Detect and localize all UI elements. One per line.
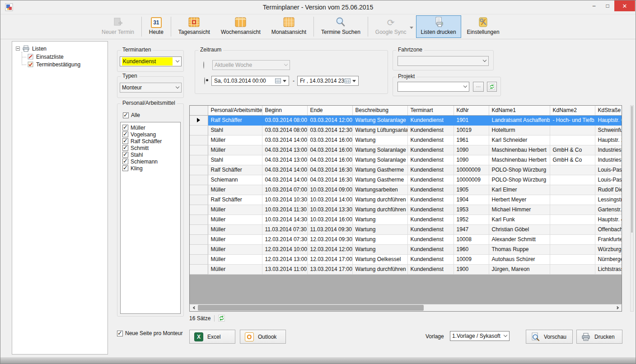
toolbar-button-termine-suchen[interactable]: Termine Suchen bbox=[316, 15, 365, 38]
grid-cell[interactable]: 10000009 bbox=[454, 165, 489, 175]
row-selector-cell[interactable] bbox=[190, 215, 208, 224]
grid-cell[interactable]: 12.03.2014 13:00 bbox=[262, 254, 307, 264]
grid-cell[interactable]: 12.03.2014 12:00 bbox=[307, 244, 352, 254]
close-button[interactable]: ✕ bbox=[614, 0, 635, 11]
column-header[interactable]: KdName2 bbox=[550, 106, 595, 115]
column-header[interactable]: KdNr bbox=[454, 106, 489, 115]
grid-cell[interactable]: 10.03.2014 14:00 bbox=[307, 195, 352, 205]
grid-row[interactable]: Müller12.03.2014 10:0012.03.2014 12:00Wa… bbox=[190, 244, 622, 254]
tree-item-einsatzliste[interactable]: Einsatzliste bbox=[22, 53, 108, 61]
grid-cell[interactable]: 10.03.2014 07:00 bbox=[262, 185, 307, 195]
toolbar-button-monatsansicht[interactable]: Monatsansicht bbox=[267, 15, 311, 38]
grid-cell[interactable]: 13.03.2014 17:00 bbox=[307, 264, 352, 274]
grid-row[interactable]: Müller03.03.2014 14:0003.03.2014 16:00Wa… bbox=[190, 135, 622, 145]
checkbox-icon[interactable] bbox=[123, 112, 129, 118]
grid-cell[interactable]: Kundendienst bbox=[407, 165, 454, 175]
grid-cell[interactable]: Kundendienst bbox=[407, 135, 454, 145]
grid-cell[interactable]: 11.03.2014 07:30 bbox=[262, 224, 307, 234]
grid-row[interactable]: Müller12.03.2014 07:3012.03.2014 09:30Wa… bbox=[190, 234, 622, 244]
checkbox-icon[interactable] bbox=[122, 159, 128, 164]
grid-cell[interactable]: Kundendienst bbox=[407, 244, 454, 254]
grid-cell[interactable]: GmbH & Co bbox=[550, 145, 595, 155]
chevron-down-icon[interactable] bbox=[352, 80, 356, 82]
grid-cell[interactable]: 03.03.2014 08:00 bbox=[262, 125, 307, 135]
grid-cell[interactable]: Christian Göbel bbox=[489, 224, 550, 234]
grid-cell[interactable] bbox=[550, 195, 595, 205]
row-selector-cell[interactable] bbox=[190, 185, 208, 195]
grid-cell[interactable]: Karl Schneider bbox=[489, 135, 550, 145]
row-selector-cell[interactable] bbox=[190, 264, 208, 274]
column-header[interactable]: KdName1 bbox=[489, 106, 550, 115]
row-selector-cell[interactable] bbox=[190, 254, 208, 264]
excel-button[interactable]: X Excel bbox=[189, 330, 235, 344]
grid-cell[interactable]: Industriestras bbox=[595, 145, 622, 155]
grid-cell[interactable]: 1901 bbox=[454, 115, 489, 125]
grid-cell[interactable]: Thomas Ruppe bbox=[489, 244, 550, 254]
grid-cell[interactable]: 1953 bbox=[454, 205, 489, 215]
grid-cell[interactable]: Gartenstr. 22 bbox=[595, 205, 622, 215]
grid-row[interactable]: Ralf Schäffer04.03.2014 14:0004.03.2014 … bbox=[190, 165, 622, 175]
grid-cell[interactable]: Kundendienst bbox=[407, 175, 454, 185]
row-selector-cell[interactable] bbox=[190, 175, 208, 185]
checkbox-kling[interactable]: Kling bbox=[122, 165, 180, 172]
grid-cell[interactable]: 10.03.2014 16:00 bbox=[307, 215, 352, 224]
grid-cell[interactable]: 1900 bbox=[454, 264, 489, 274]
row-selector-cell[interactable] bbox=[190, 205, 208, 215]
grid-cell[interactable]: 1090 bbox=[454, 145, 489, 155]
grid-row[interactable]: Müller10.03.2014 14:3010.03.2014 16:00Wa… bbox=[190, 215, 622, 224]
grid-cell[interactable]: 1905 bbox=[454, 185, 489, 195]
grid-cell[interactable]: Wartung bbox=[352, 234, 407, 244]
grid-cell[interactable]: 03.03.2014 14:00 bbox=[262, 135, 307, 145]
grid-cell[interactable]: Müller bbox=[208, 264, 262, 274]
grid-cell[interactable]: 03.03.2014 12:30 bbox=[307, 125, 352, 135]
grid-cell[interactable]: Maschinenbau Herbert bbox=[489, 145, 550, 155]
grid-cell[interactable]: Jürgen, Mareon bbox=[489, 264, 550, 274]
grid-horizontal-scrollbar[interactable] bbox=[189, 304, 622, 312]
grid-cell[interactable] bbox=[550, 175, 595, 185]
toolbar-button-tagesansicht[interactable]: Tagesansicht bbox=[173, 15, 215, 38]
grid-cell[interactable]: 04.03.2014 16:30 bbox=[307, 175, 352, 185]
checkbox-icon[interactable] bbox=[122, 152, 128, 158]
chevron-down-icon[interactable] bbox=[283, 80, 286, 82]
outlook-button[interactable]: O Outlook bbox=[240, 330, 286, 344]
grid-cell[interactable]: Müller bbox=[208, 224, 262, 234]
grid-cell[interactable]: Kundendienst bbox=[407, 145, 454, 155]
grid-cell[interactable]: Kundendienst bbox=[407, 254, 454, 264]
grid-cell[interactable]: 13.03.2014 11:00 bbox=[262, 264, 307, 274]
grid-cell[interactable]: Industriestras bbox=[595, 155, 622, 165]
grid-cell[interactable]: Hauptstr. 44 bbox=[595, 215, 622, 224]
grid-cell[interactable]: Müller bbox=[208, 135, 262, 145]
grid-cell[interactable]: 1947 bbox=[454, 224, 489, 234]
toolbar-button-heute[interactable]: 31 Heute bbox=[144, 15, 168, 38]
checkbox-vogelsang[interactable]: Vogelsang bbox=[122, 131, 180, 138]
grid-cell[interactable]: Maschinenbau Herbert bbox=[489, 155, 550, 165]
grid-cell[interactable]: Wartung Solaranlage bbox=[352, 145, 407, 155]
grid-cell[interactable]: Autohaus Schürer bbox=[489, 254, 550, 264]
grid-row[interactable]: Ralf Schäffer10.03.2014 10:3010.03.2014 … bbox=[190, 195, 622, 205]
scrollbar-thumb[interactable] bbox=[198, 305, 424, 311]
checkbox-icon[interactable] bbox=[122, 138, 128, 144]
grid-row[interactable]: Müller10.03.2014 07:0010.03.2014 09:00Wa… bbox=[190, 185, 622, 195]
checkbox-stahl[interactable]: Stahl bbox=[122, 151, 180, 158]
projekt-combobox[interactable] bbox=[398, 82, 469, 92]
grid-cell[interactable]: Ralf Schäffer bbox=[208, 115, 262, 125]
grid-cell[interactable]: Wartung bbox=[352, 224, 407, 234]
grid-row[interactable]: Müller11.03.2014 07:3011.03.2014 09:30Wa… bbox=[190, 224, 622, 234]
toolbar-button-einstellungen[interactable]: Einstellungen bbox=[462, 15, 505, 38]
grid-cell[interactable]: Landratsamt Aschaffenburg bbox=[489, 115, 550, 125]
grid-cell[interactable] bbox=[550, 264, 595, 274]
grid-cell[interactable] bbox=[550, 234, 595, 244]
row-selector-cell[interactable] bbox=[190, 145, 208, 155]
grid-cell[interactable]: 11.03.2014 09:30 bbox=[307, 224, 352, 234]
checkbox-neue-seite-pro-monteur[interactable]: Neue Seite pro Monteur bbox=[117, 330, 182, 336]
grid-row[interactable]: Stahl03.03.2014 08:0003.03.2014 12:30War… bbox=[190, 125, 622, 135]
grid-row[interactable]: Müller04.03.2014 13:0004.03.2014 16:00Wa… bbox=[190, 145, 622, 155]
grid-cell[interactable]: Wartung bbox=[352, 135, 407, 145]
grid-cell[interactable]: 1090 bbox=[454, 155, 489, 165]
grid-cell[interactable]: 1952 bbox=[454, 215, 489, 224]
checkbox-ralf-schaeffer[interactable]: Ralf Schäffer bbox=[122, 138, 180, 145]
grid-cell[interactable]: 10009 bbox=[454, 254, 489, 264]
grid-row[interactable]: Müller13.03.2014 11:0013.03.2014 17:00Wa… bbox=[190, 264, 622, 274]
grid-cell[interactable]: 10.03.2014 09:00 bbox=[307, 185, 352, 195]
grid-cell[interactable]: Frankfurterst bbox=[595, 234, 622, 244]
